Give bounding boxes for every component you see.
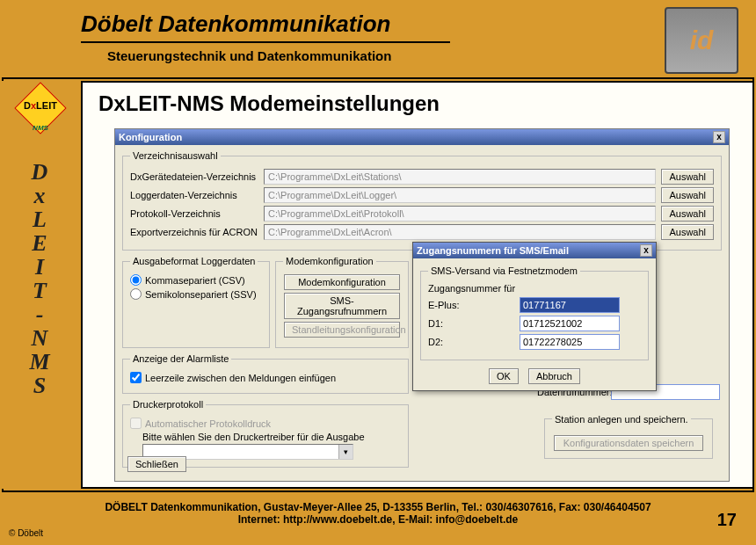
company-name: Döbelt Datenkommunikation xyxy=(81,11,754,38)
footer-copyright: © Döbelt xyxy=(9,528,43,538)
dir-input-acron[interactable] xyxy=(264,224,656,240)
abbruch-button[interactable]: Abbruch xyxy=(528,368,580,384)
popup-title: Zugangsnummern für SMS/Email xyxy=(417,245,569,256)
modemkonfig-fieldset: Modemkonfiguration Modemkonfiguration SM… xyxy=(275,256,409,348)
sms-fieldset: SMS-Versand via Festnetzmodem Zugangsnum… xyxy=(420,265,649,360)
dir-label: DxGerätedateien-Verzeichnis xyxy=(130,171,258,182)
dir-label: Exportverzeichnis für ACRON xyxy=(130,227,258,237)
dir-row: Loggerdaten-Verzeichnis Auswahl xyxy=(130,187,714,203)
eplus-label: E-Plus: xyxy=(428,300,520,310)
station-speichern-fieldset: Station anlegen und speichern. Konfigura… xyxy=(544,414,713,459)
dir-row: Exportverzeichnis für ACRON Auswahl xyxy=(130,224,714,240)
chevron-down-icon[interactable]: ▾ xyxy=(338,445,353,459)
schliessen-button[interactable]: Schließen xyxy=(127,456,186,472)
dir-label: Protokoll-Verzeichnis xyxy=(130,208,258,219)
config-title: Konfiguration xyxy=(119,132,182,142)
close-icon[interactable]: x xyxy=(640,244,652,257)
slide-content: DxLEIT-NMS Modemeinstellungen Konfigurat… xyxy=(81,81,754,489)
sms-popup: Zugangsnummern für SMS/Email x SMS-Versa… xyxy=(412,242,657,391)
zugang-sublabel: Zugangsnummer für xyxy=(428,283,641,294)
anzeige-fieldset: Anzeige der Alarmliste Leerzeile zwische… xyxy=(122,353,409,394)
dir-input-logger[interactable] xyxy=(264,187,656,203)
konfig-speichern-button: Konfigurationsdaten speichern xyxy=(554,435,703,451)
auswahl-button[interactable]: Auswahl xyxy=(661,169,714,185)
popup-titlebar: Zugangsnummern für SMS/Email x xyxy=(413,243,656,258)
slide-header: Döbelt Datenkommunikation Steuerungstech… xyxy=(2,2,754,79)
verzeichnis-fieldset: Verzeichnisauswahl DxGerätedateien-Verze… xyxy=(122,150,722,251)
auswahl-button[interactable]: Auswahl xyxy=(661,224,714,240)
close-icon[interactable]: x xyxy=(713,131,725,143)
slide-title: DxLEIT-NMS Modemeinstellungen xyxy=(98,91,737,116)
d2-input[interactable] xyxy=(520,334,620,350)
page-number: 17 xyxy=(717,510,737,530)
d1-label: D1: xyxy=(428,318,520,329)
vertical-product-name: DxLEIT-NMS xyxy=(2,160,79,397)
modemkonfig-button[interactable]: Modemkonfiguration xyxy=(284,274,400,290)
slide-sidebar: DxLEIT NMS DxLEIT-NMS xyxy=(2,81,79,489)
dir-row: Protokoll-Verzeichnis Auswahl xyxy=(130,206,714,222)
company-logo: id xyxy=(665,7,738,74)
dxleit-logo: DxLEIT NMS xyxy=(11,88,69,130)
footer-address: DÖBELT Datenkommunikation, Gustav-Meyer-… xyxy=(2,501,754,513)
radio-ssv[interactable]: Semikolonsepariert (SSV) xyxy=(130,288,262,300)
config-window: Konfiguration x Verzeichnisauswahl DxGer… xyxy=(114,128,730,482)
company-subtitle: Steuerungstechnik und Datenkommunikation xyxy=(107,48,754,63)
footer-internet: Internet: http://www.doebelt.de, E-Mail:… xyxy=(2,513,754,526)
header-underline xyxy=(81,41,450,43)
ausgabeformat-fieldset: Ausgabeformat Loggerdaten Kommasepariert… xyxy=(122,256,270,348)
standleitung-button: Standleitungskonfiguration xyxy=(284,322,400,338)
radio-csv[interactable]: Kommasepariert (CSV) xyxy=(130,274,262,286)
auswahl-button[interactable]: Auswahl xyxy=(661,206,714,222)
dir-row: DxGerätedateien-Verzeichnis Auswahl xyxy=(130,169,714,185)
ok-button[interactable]: OK xyxy=(489,368,519,384)
auswahl-button[interactable]: Auswahl xyxy=(661,187,714,203)
dir-input-geraete[interactable] xyxy=(264,169,656,185)
dir-input-protokoll[interactable] xyxy=(264,206,656,222)
autodruck-checkbox[interactable]: Automatischer Protokolldruck xyxy=(130,418,401,429)
slide-footer: DÖBELT Datenkommunikation, Gustav-Meyer-… xyxy=(2,490,754,543)
drucker-hint: Bitte wählen Sie den Druckertreiber für … xyxy=(142,432,401,442)
d1-input[interactable] xyxy=(520,316,620,331)
verzeichnis-legend: Verzeichnisauswahl xyxy=(130,150,221,161)
sms-zugang-button[interactable]: SMS-Zugangsrufnummern xyxy=(284,293,400,319)
leerzeile-checkbox[interactable]: Leerzeile zwischen den Meldungen einfüge… xyxy=(130,372,401,383)
eplus-input[interactable] xyxy=(520,297,620,313)
dir-label: Loggerdaten-Verzeichnis xyxy=(130,190,258,200)
config-titlebar: Konfiguration x xyxy=(115,129,729,145)
d2-label: D2: xyxy=(428,337,520,347)
